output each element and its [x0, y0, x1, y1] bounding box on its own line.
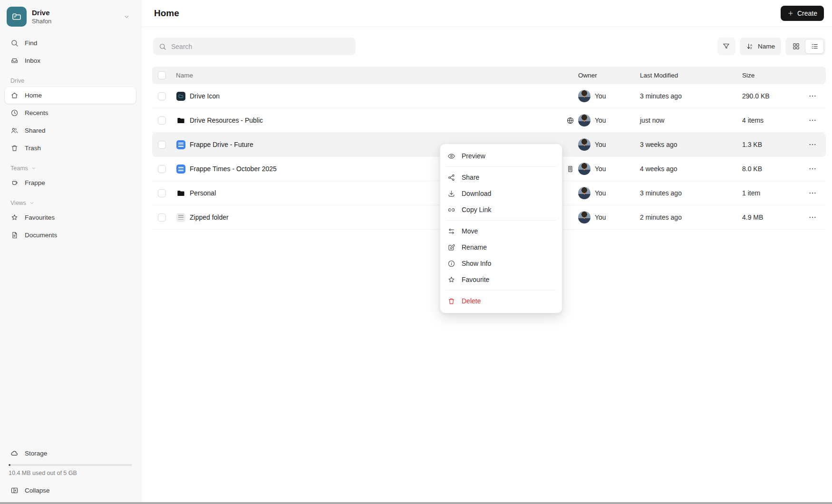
row-actions-button[interactable] — [804, 213, 821, 222]
page-title: Home — [154, 8, 179, 19]
sidebar-item-favourites[interactable]: Favourites — [5, 209, 136, 226]
menu-item-copy-link[interactable]: Copy Link — [440, 202, 562, 218]
plus-icon — [787, 10, 794, 17]
menu-item-download[interactable]: Download — [440, 185, 562, 202]
menu-item-rename[interactable]: Rename — [440, 239, 562, 255]
sidebar-item-home[interactable]: Home — [5, 87, 136, 104]
table-row[interactable]: Drive Icon You 3 minutes ago 290.0 KB — [152, 84, 826, 108]
menu-item-favourite[interactable]: Favourite — [440, 271, 562, 288]
sidebar-item-storage[interactable]: Storage — [5, 445, 136, 461]
chevron-down-icon — [31, 165, 37, 171]
select-all-checkbox[interactable] — [158, 71, 166, 79]
row-actions-button[interactable] — [804, 92, 821, 100]
menu-item-show-info[interactable]: Show Info — [440, 255, 562, 271]
row-checkbox[interactable] — [158, 165, 166, 173]
owner-avatar — [578, 114, 590, 126]
frappe-cup-icon — [10, 179, 19, 187]
svg-text:A: A — [750, 44, 752, 47]
workspace-switcher[interactable]: Drive Shafon — [5, 6, 136, 28]
sidebar-item-documents[interactable]: Documents — [5, 227, 136, 243]
main-header: Home Create — [141, 0, 832, 27]
grid-view-button[interactable] — [787, 39, 805, 54]
last-modified: 4 weeks ago — [640, 165, 742, 173]
list-header: Name Owner Last Modified Size — [152, 67, 826, 84]
list-view-button[interactable] — [805, 39, 824, 54]
collapse-label: Collapse — [25, 487, 50, 494]
toolbar: A Z Name — [141, 27, 832, 55]
column-header-name[interactable]: Name — [176, 72, 562, 79]
sidebar: Drive Shafon Find Inbox Drive Home — [0, 0, 141, 504]
search-box[interactable] — [153, 38, 356, 55]
owner-label: You — [595, 165, 606, 173]
workspace-product: Drive — [32, 9, 118, 17]
row-checkbox[interactable] — [158, 92, 166, 100]
owner-label: You — [595, 189, 606, 197]
column-header-owner[interactable]: Owner — [578, 72, 640, 79]
last-modified: 3 minutes ago — [640, 189, 742, 197]
sidebar-item-label: Trash — [25, 145, 41, 152]
search-input[interactable] — [171, 43, 350, 50]
chevron-down-icon — [123, 13, 130, 20]
document-file-icon — [176, 140, 185, 149]
column-header-size[interactable]: Size — [742, 72, 804, 79]
sidebar-item-trash[interactable]: Trash — [5, 140, 136, 156]
row-actions-button[interactable] — [804, 189, 821, 197]
section-label-teams[interactable]: Teams — [5, 165, 136, 172]
storage-progress-fill — [9, 464, 10, 466]
owner-avatar — [578, 211, 590, 223]
row-actions-button[interactable] — [804, 116, 821, 125]
sidebar-item-inbox[interactable]: Inbox — [5, 52, 136, 69]
file-size: 4 items — [742, 116, 804, 124]
row-checkbox[interactable] — [158, 213, 166, 222]
section-label-drive: Drive — [5, 78, 136, 84]
file-size: 290.0 KB — [742, 92, 804, 100]
storage-progress-bar — [9, 464, 132, 466]
document-icon — [10, 231, 19, 239]
sidebar-item-label: Frappe — [25, 179, 45, 186]
owner-label: You — [595, 141, 606, 148]
owner-avatar — [578, 187, 590, 199]
chevron-down-icon — [29, 200, 35, 206]
row-checkbox[interactable] — [158, 116, 166, 125]
team-building-icon — [562, 165, 578, 173]
menu-item-delete[interactable]: Delete — [440, 293, 562, 309]
list-icon — [811, 42, 819, 50]
collapse-panel-icon — [10, 486, 19, 494]
filter-button[interactable] — [717, 38, 735, 55]
collapse-sidebar-button[interactable]: Collapse — [5, 482, 136, 498]
clock-icon — [10, 109, 19, 117]
sidebar-item-team-frappe[interactable]: Frappe — [5, 174, 136, 191]
file-size: 4.9 MB — [742, 213, 804, 221]
sidebar-item-shared[interactable]: Shared — [5, 122, 136, 139]
table-row[interactable]: Drive Resources - Public You just now 4 … — [152, 108, 826, 133]
menu-item-share[interactable]: Share — [440, 169, 562, 185]
row-actions-button[interactable] — [804, 140, 821, 149]
drive-logo-icon — [7, 7, 27, 27]
storage-usage-text: 10.4 MB used out of 5 GB — [5, 466, 136, 476]
star-icon — [10, 213, 19, 222]
last-modified: 2 minutes ago — [640, 213, 742, 221]
folder-icon — [176, 116, 185, 125]
column-header-last-modified[interactable]: Last Modified — [640, 72, 742, 79]
row-actions-button[interactable] — [804, 165, 821, 173]
owner-label: You — [595, 92, 606, 100]
row-checkbox[interactable] — [158, 141, 166, 149]
eye-icon — [447, 152, 455, 160]
sidebar-item-recents[interactable]: Recents — [5, 105, 136, 121]
section-label-views[interactable]: Views — [5, 200, 136, 206]
sidebar-item-find[interactable]: Find — [5, 35, 136, 51]
sidebar-item-label: Recents — [25, 109, 48, 116]
inbox-icon — [10, 57, 19, 65]
sort-field-label: Name — [758, 43, 775, 50]
file-name: Drive Icon — [190, 92, 562, 100]
document-file-icon — [176, 165, 185, 174]
menu-item-preview[interactable]: Preview — [440, 148, 562, 164]
sort-button[interactable]: A Z Name — [740, 38, 781, 55]
menu-item-move[interactable]: Move — [440, 223, 562, 239]
row-checkbox[interactable] — [158, 189, 166, 197]
create-button[interactable]: Create — [781, 6, 824, 21]
sidebar-item-label: Favourites — [25, 214, 55, 221]
context-menu: Preview Share Download Copy Link M — [440, 144, 562, 313]
image-file-icon — [176, 92, 185, 101]
rename-icon — [447, 243, 455, 252]
